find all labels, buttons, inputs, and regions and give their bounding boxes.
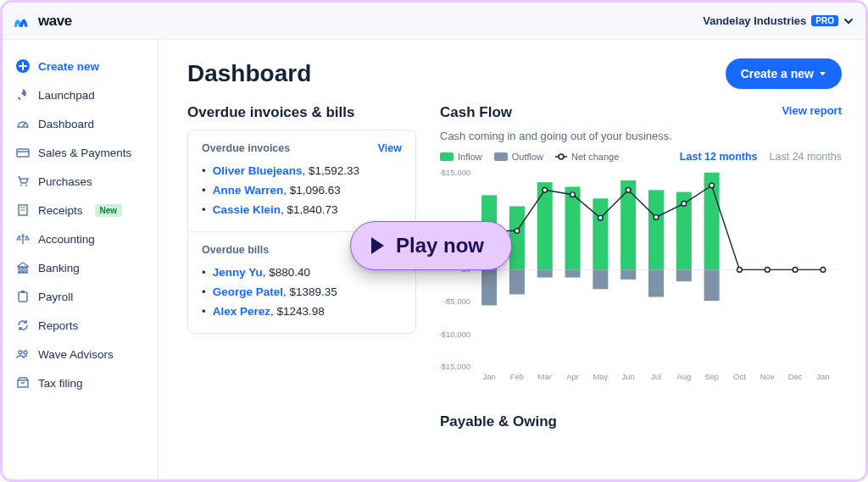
svg-point-13	[24, 351, 27, 354]
plus-circle-icon	[16, 59, 30, 73]
svg-rect-26	[509, 269, 525, 294]
svg-text:Jan: Jan	[816, 372, 829, 381]
clipboard-icon	[16, 290, 30, 303]
range-12-months[interactable]: Last 12 months	[680, 151, 758, 163]
person-link[interactable]: Alex Perez	[213, 305, 270, 318]
svg-text:Apr: Apr	[566, 372, 579, 381]
overdue-bills-list: Jenny Yu, $880.40George Patel, $1389.35A…	[202, 263, 402, 321]
play-icon	[371, 237, 384, 254]
range-24-months[interactable]: Last 24 months	[770, 151, 842, 163]
sidebar-item-dashboard[interactable]: Dashboard	[3, 109, 158, 138]
cashflow-column: Cash Flow Cash coming in and going out o…	[440, 104, 842, 430]
svg-text:-$15,000: -$15,000	[440, 168, 470, 177]
svg-line-1	[23, 123, 25, 126]
sidebar-item-label: Banking	[38, 262, 80, 274]
refresh-icon	[16, 319, 30, 332]
overdue-invoices-heading: Overdue invoices	[202, 142, 290, 154]
sidebar-item-label: Wave Advisors	[38, 348, 114, 361]
card-icon	[16, 146, 30, 159]
svg-rect-14	[18, 380, 28, 387]
sidebar-item-sales-payments[interactable]: Sales & Payments	[3, 138, 158, 167]
company-name: Vandelay Industries	[703, 14, 806, 27]
svg-rect-27	[537, 182, 553, 269]
svg-rect-35	[648, 190, 664, 269]
svg-rect-34	[620, 269, 636, 279]
overdue-invoices-view-link[interactable]: View	[378, 142, 402, 154]
legend-net: Net change	[555, 151, 619, 163]
person-link[interactable]: Anne Warren	[213, 184, 284, 197]
list-item: Alex Perez, $1243.98	[202, 302, 402, 321]
gauge-icon	[16, 117, 30, 130]
sidebar-item-receipts[interactable]: ReceiptsNew	[3, 196, 158, 224]
svg-text:Mar: Mar	[538, 372, 552, 381]
create-button-label: Create a new	[741, 67, 814, 80]
svg-point-46	[626, 187, 631, 192]
svg-rect-24	[481, 269, 497, 305]
overdue-bills-heading: Overdue bills	[202, 244, 269, 256]
people-icon	[16, 347, 30, 361]
svg-text:Dec: Dec	[788, 372, 803, 381]
svg-point-45	[598, 215, 604, 220]
sidebar-item-purchases[interactable]: Purchases	[3, 167, 158, 196]
outflow-swatch-icon	[494, 152, 508, 161]
rocket-icon	[16, 88, 30, 102]
svg-point-49	[709, 183, 715, 188]
page-header: Dashboard Create a new	[187, 58, 842, 89]
svg-text:Jul: Jul	[651, 372, 661, 381]
sidebar-item-payroll[interactable]: Payroll	[3, 282, 158, 311]
cashflow-view-report-link[interactable]: View report	[782, 104, 842, 117]
sidebar-create-label: Create new	[38, 60, 99, 73]
svg-point-51	[765, 268, 770, 273]
sidebar-create-new[interactable]: Create new	[3, 52, 158, 80]
svg-rect-11	[21, 291, 25, 293]
svg-point-52	[793, 268, 798, 273]
wave-logo-icon	[14, 15, 33, 27]
list-item: Oliver Bluejeans, $1,592.33	[202, 161, 402, 180]
svg-point-12	[19, 351, 22, 354]
svg-text:-$10,000: -$10,000	[440, 330, 470, 339]
payable-owing-title: Payable & Owing	[440, 413, 842, 430]
legend-inflow: Inflow	[440, 152, 482, 162]
svg-rect-30	[565, 269, 581, 277]
sidebar-item-label: Payroll	[38, 291, 73, 303]
company-switcher[interactable]: Vandelay Industries PRO	[703, 14, 854, 27]
sidebar-item-wave-advisors[interactable]: Wave Advisors	[3, 340, 158, 368]
svg-text:-$5,000: -$5,000	[443, 296, 470, 306]
svg-point-4	[20, 185, 22, 186]
app-frame: wave Vandelay Industries PRO Create new …	[0, 0, 868, 482]
svg-text:Jan: Jan	[482, 372, 495, 381]
svg-text:Feb: Feb	[510, 372, 524, 381]
person-link[interactable]: Cassie Klein	[213, 203, 281, 216]
person-link[interactable]: George Patel	[213, 285, 283, 298]
svg-point-50	[737, 268, 743, 273]
svg-text:May: May	[593, 372, 608, 381]
legend-outflow: Outflow	[494, 152, 543, 162]
svg-rect-33	[620, 180, 636, 270]
svg-rect-28	[537, 269, 553, 277]
person-link[interactable]: Jenny Yu	[213, 266, 263, 279]
main: Dashboard Create a new Overdue invoices …	[159, 40, 865, 479]
person-link[interactable]: Oliver Bluejeans	[213, 164, 303, 177]
sidebar-item-launchpad[interactable]: Launchpad	[3, 80, 158, 109]
sidebar-item-label: Launchpad	[38, 89, 95, 102]
brand-logo[interactable]: wave	[14, 13, 72, 30]
cashflow-legend: Inflow Outflow Net change Last 12 months…	[440, 151, 842, 163]
svg-rect-2	[17, 149, 29, 157]
overdue-invoices-list: Oliver Bluejeans, $1,592.33Anne Warren, …	[202, 161, 402, 219]
sidebar-item-banking[interactable]: Banking	[3, 253, 158, 282]
caret-down-icon	[819, 71, 826, 77]
svg-point-47	[654, 215, 659, 220]
cashflow-chart: -$15,000-$10,000-$5,000$0-$15,000JanFebM…	[440, 168, 842, 396]
sidebar-item-accounting[interactable]: Accounting	[3, 224, 158, 253]
create-a-new-button[interactable]: Create a new	[726, 58, 842, 89]
sidebar-item-reports[interactable]: Reports	[3, 311, 158, 340]
sidebar: Create new LaunchpadDashboardSales & Pay…	[3, 40, 159, 479]
sidebar-item-label: Purchases	[38, 175, 92, 188]
play-now-button[interactable]: Play now	[350, 221, 512, 270]
svg-point-43	[542, 187, 548, 192]
range-selector: Last 12 months Last 24 months	[680, 151, 842, 163]
svg-text:Nov: Nov	[760, 372, 775, 381]
sidebar-item-tax-filing[interactable]: Tax filing	[3, 368, 158, 397]
new-badge: New	[95, 204, 123, 217]
svg-text:Aug: Aug	[676, 372, 691, 381]
